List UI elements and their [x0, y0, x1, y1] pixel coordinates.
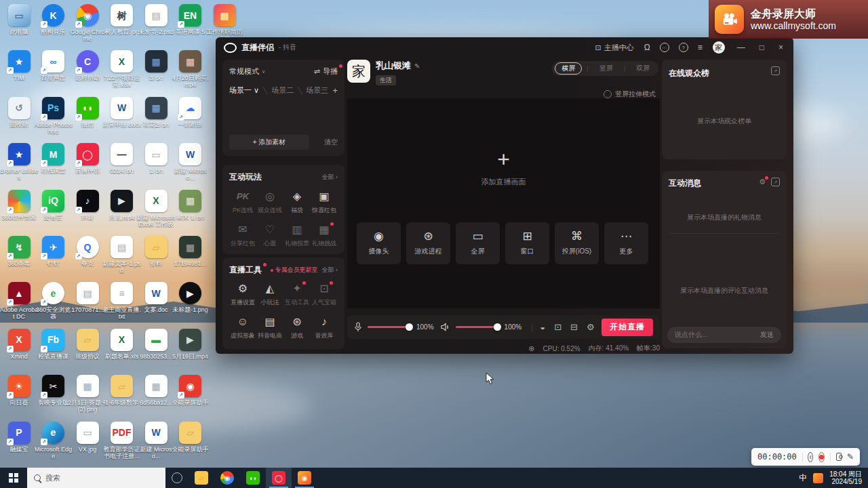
- maximize-button[interactable]: □: [757, 43, 766, 52]
- source-更多[interactable]: ⋯更多: [604, 222, 648, 264]
- desktop-icon[interactable]: W运营手册.docx: [106, 97, 138, 128]
- desktop-icon[interactable]: ↯↗360杀毒: [3, 236, 35, 267]
- desktop-icon[interactable]: ▱班级协议: [71, 329, 104, 360]
- add-screen-plus-icon[interactable]: +: [347, 147, 660, 172]
- taskbar-wechat[interactable]: ◖◗: [240, 468, 266, 488]
- scene-tab[interactable]: 场景三: [306, 85, 328, 96]
- desktop-icon[interactable]: W文案.doc: [140, 282, 172, 313]
- pause-button[interactable]: ‖: [808, 452, 813, 462]
- taskbar-live-companion[interactable]: ◯: [266, 468, 292, 488]
- desktop-icon[interactable]: ▭此电脑: [3, 4, 35, 35]
- mic-volume-slider[interactable]: [368, 326, 411, 328]
- desktop-icon[interactable]: EN↗英语网课 5: [174, 4, 207, 35]
- desktop-icon[interactable]: ▦2月1日-答题卡(2).png: [71, 375, 104, 413]
- tray-recorder-icon[interactable]: [813, 473, 823, 483]
- desktop-icon[interactable]: X7.22个项目运营.xlsx: [106, 50, 138, 88]
- desktop-icon[interactable]: ≡老王商业直播.txt: [106, 282, 138, 320]
- desktop-icon[interactable]: ▲↗Adobe Acrobat DC: [3, 282, 35, 320]
- cortana-button[interactable]: [165, 468, 189, 488]
- play-item-福袋[interactable]: ◈福袋: [283, 190, 311, 215]
- help-icon[interactable]: ?: [679, 43, 688, 52]
- settings-icon[interactable]: ⚙: [587, 323, 595, 331]
- desktop-icon[interactable]: ▤未发货-2.psd: [140, 4, 172, 35]
- play-item-惊喜红包[interactable]: ▣惊喜红包: [311, 190, 338, 215]
- menu-icon[interactable]: ≡: [698, 43, 703, 52]
- desktop-icon[interactable]: Fb↗粉笔直播课: [37, 329, 70, 360]
- desktop-icon[interactable]: ☀↗向日葵: [3, 375, 35, 406]
- headset-icon[interactable]: Ω: [644, 43, 650, 52]
- mic-icon[interactable]: [354, 322, 362, 332]
- source-窗口[interactable]: ⊞窗口: [505, 222, 549, 264]
- desktop-icon[interactable]: ▬98b30253...: [140, 329, 172, 360]
- desktop-icon[interactable]: ↗360软件管家: [3, 190, 35, 221]
- speaker-volume-slider[interactable]: [456, 326, 499, 328]
- screenshot-camera-icon[interactable]: [836, 453, 842, 461]
- taskbar-clock[interactable]: 18:04 周日 2024/5/19: [829, 470, 862, 485]
- play-all-link[interactable]: 全部 ›: [322, 173, 338, 182]
- scene-tab[interactable]: 场景二: [271, 85, 294, 96]
- orientation-竖屏[interactable]: 竖屏: [593, 63, 619, 74]
- desktop-icon[interactable]: PDF教育部学历证书电子注册...: [106, 422, 138, 460]
- desktop-icon[interactable]: —0214.jpg: [106, 143, 138, 174]
- desktop-icon[interactable]: Ps↗Adobe Photoshop: [37, 97, 70, 135]
- source-摄像头[interactable]: ◉摄像头: [357, 222, 401, 264]
- desktop-icon[interactable]: W新建 Microso...: [174, 143, 207, 181]
- tool-item-游戏[interactable]: ⊛游戏: [283, 316, 311, 340]
- tool-item-直播设置[interactable]: ⚙直播设置: [229, 283, 256, 307]
- pencil-icon[interactable]: ✎: [847, 452, 854, 462]
- desktop-icon[interactable]: ▦4月20日购买.mp4: [174, 50, 207, 88]
- desktop-icon[interactable]: ▭1.jpg: [140, 143, 172, 174]
- tool-item-互动工具[interactable]: ✦互动工具: [283, 283, 311, 307]
- play-item-礼物投票[interactable]: ▥礼物投票: [283, 224, 311, 248]
- desktop-icon[interactable]: ☁↗一刻相册: [174, 97, 207, 128]
- taskbar-chrome[interactable]: ◉: [214, 468, 240, 488]
- desktop-icon[interactable]: ▦工作求职简历全套: [208, 4, 241, 42]
- desktop-icon[interactable]: ✈↗钉钉: [37, 236, 70, 267]
- desktop-icon[interactable]: ▱全能录屏助手: [174, 422, 207, 453]
- desktop-icon[interactable]: ★↗Brother Utilities: [3, 143, 35, 181]
- anchor-center-link[interactable]: ⊡ 主播中心: [595, 43, 634, 53]
- play-item-观众连线[interactable]: ◎观众连线: [256, 190, 283, 215]
- desktop-icon[interactable]: ✂↗剪映专业版: [37, 375, 70, 406]
- user-avatar[interactable]: 家: [713, 41, 725, 54]
- desktop-icon[interactable]: ♪↗抖音: [71, 190, 104, 221]
- popout-icon[interactable]: ↗: [771, 66, 780, 75]
- desktop-icon[interactable]: X↗Xmind: [3, 329, 35, 360]
- chat-input[interactable]: 说点什么... 发送: [667, 327, 781, 343]
- desktop-icon[interactable]: ▶未标题-1.png: [174, 282, 207, 313]
- desktop-icon[interactable]: e↗Microsoft Edge: [37, 422, 70, 460]
- start-button[interactable]: [0, 468, 27, 488]
- director-mode-button[interactable]: ⇌ 导播: [314, 66, 338, 77]
- source-全屏[interactable]: ▭全屏: [456, 222, 500, 264]
- clear-button[interactable]: 清空: [324, 138, 338, 147]
- edit-title-icon[interactable]: ✎: [414, 62, 420, 70]
- tool-item-音效库[interactable]: ♪音效库: [311, 316, 338, 340]
- tool-item-人气宝箱[interactable]: ⊡人气宝箱: [311, 283, 338, 307]
- desktop-icon[interactable]: iQ↗爱奇艺: [37, 190, 70, 221]
- desktop-icon[interactable]: ▶5月19日.mp4: [174, 329, 207, 360]
- voice-effect-icon[interactable]: ◒: [540, 323, 545, 331]
- desktop-icon[interactable]: ▤17070871...: [71, 282, 104, 313]
- send-button[interactable]: 发送: [760, 330, 774, 340]
- tool-item-小玩法[interactable]: ◭小玩法: [256, 283, 283, 307]
- taskbar-search[interactable]: 搜索: [27, 468, 165, 488]
- desktop-icon[interactable]: ↺回收站: [3, 97, 35, 128]
- capture-icon[interactable]: ⊟: [570, 323, 578, 331]
- desktop-icon[interactable]: ▶月儿.mp4: [106, 190, 138, 221]
- source-投屏(iOS)[interactable]: ⌘投屏(iOS): [555, 222, 599, 264]
- desktop-icon[interactable]: P↗融媒宝: [3, 422, 35, 453]
- source-游戏进程[interactable]: ⊛游戏进程: [406, 222, 450, 264]
- play-item-礼物挑战[interactable]: ▦礼物挑战: [311, 224, 338, 248]
- desktop-icon[interactable]: X新建 Microsoft Excel 工作表: [140, 190, 172, 228]
- play-item-分享红包[interactable]: ✉分享红包: [229, 224, 256, 248]
- orientation-双屏[interactable]: 双屏: [630, 63, 656, 74]
- category-tag[interactable]: 生活: [376, 75, 396, 85]
- close-button[interactable]: ×: [776, 43, 785, 52]
- stretch-mode-toggle[interactable]: 竖屏拉伸模式: [604, 89, 656, 99]
- desktop-icon[interactable]: ▭VX.jpg: [71, 422, 104, 453]
- desktop-icon[interactable]: M↗在线课堂: [37, 143, 70, 174]
- play-item-心愿[interactable]: ♡心愿: [256, 224, 283, 248]
- desktop-icon[interactable]: X刷题名单.xls: [106, 329, 138, 360]
- desktop-icon[interactable]: Q↗夸克: [71, 236, 104, 267]
- desktop-icon[interactable]: ▱资料: [140, 236, 172, 267]
